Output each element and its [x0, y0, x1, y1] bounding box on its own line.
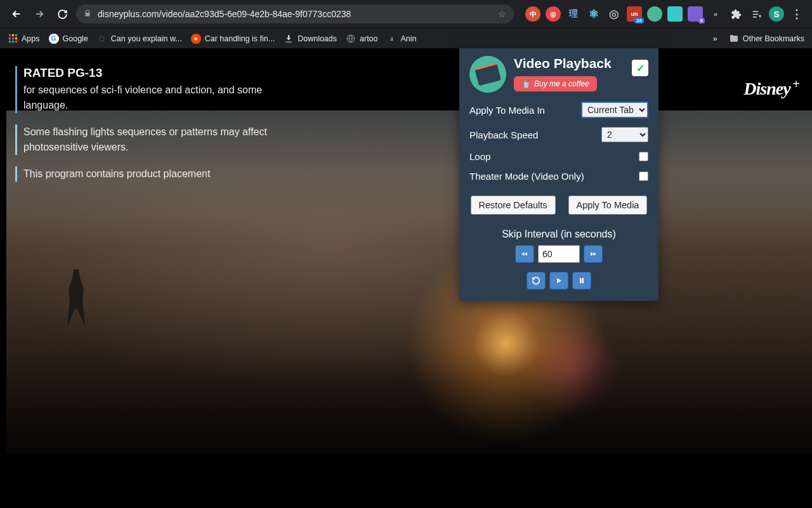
theater-mode-label: Theater Mode (Video Only) — [469, 171, 584, 182]
disney-plus-logo: Disney+ — [743, 77, 799, 99]
reddit-favicon: ● — [191, 34, 201, 44]
extension-icon[interactable]: 9 — [688, 6, 703, 22]
extension-icon[interactable]: ◎ — [606, 6, 622, 22]
video-player-area[interactable]: RATED PG-13 for sequences of sci-fi viol… — [0, 48, 812, 508]
media-control-icon[interactable] — [749, 6, 764, 22]
bookmark-label: Google — [63, 34, 88, 43]
folder-icon — [729, 34, 739, 44]
figure-silhouette — [63, 269, 89, 326]
bookmark-label: Car handling is fin... — [205, 34, 275, 43]
skip-back-button[interactable] — [515, 245, 534, 263]
coffee-icon: 🥤 — [521, 79, 531, 88]
bookmark-item[interactable]: ◌ Can you explain w... — [97, 34, 182, 44]
back-button[interactable] — [8, 5, 25, 23]
svg-rect-2 — [15, 34, 16, 36]
bookmark-overflow[interactable]: » — [713, 34, 717, 43]
bookmark-google[interactable]: G Google — [49, 34, 88, 44]
extension-icon[interactable]: ◎ — [546, 6, 561, 22]
svg-rect-6 — [8, 41, 10, 43]
react-devtools-icon[interactable]: ⚛ — [586, 6, 601, 22]
skip-forward-button[interactable] — [584, 245, 603, 263]
svg-rect-0 — [8, 34, 10, 36]
extension-enabled-toggle[interactable]: ✓ — [632, 60, 648, 76]
apps-grid-icon — [8, 34, 18, 44]
other-bookmarks[interactable]: Other Bookmarks — [729, 34, 804, 44]
video-playback-extension-icon[interactable] — [647, 6, 662, 22]
apply-to-label: Apply To Media In — [469, 105, 545, 116]
video-playback-extension-popup: Video Playback 🥤 Buy me a coffee ✓ Apply… — [459, 48, 658, 301]
rating-description: for sequences of sci-fi violence and act… — [23, 83, 294, 113]
star-icon[interactable]: ☆ — [498, 9, 506, 19]
pause-button[interactable] — [572, 272, 591, 290]
extension-icons: 中 ◎ 理 ⚛ ◎ un28 9 » S ⋮ — [525, 6, 804, 22]
apply-to-media-button[interactable]: Apply To Media — [568, 196, 648, 215]
bookmark-label: Downloads — [298, 34, 337, 43]
bookmark-reddit[interactable]: ● Car handling is fin... — [191, 34, 275, 44]
bookmarks-bar: Apps G Google ◌ Can you explain w... ● C… — [0, 28, 812, 48]
favicon: ◌ — [97, 34, 107, 44]
apps-shortcut[interactable]: Apps — [8, 34, 40, 44]
bookmark-downloads[interactable]: Downloads — [284, 34, 337, 44]
restore-defaults-button[interactable]: Restore Defaults — [471, 196, 556, 215]
popup-title: Video Playback — [514, 56, 648, 71]
photosensitivity-warning: Some flashing lights sequences or patter… — [15, 124, 294, 155]
product-placement-notice: This program contains product placement — [15, 166, 294, 182]
svg-rect-8 — [15, 41, 16, 43]
bookmark-label: artoo — [360, 34, 378, 43]
extension-icon[interactable]: 中 — [525, 6, 540, 22]
google-favicon: G — [49, 34, 59, 44]
address-bar[interactable]: disneyplus.com/video/aa2c93d5-6e09-4e2b-… — [76, 4, 514, 23]
playback-speed-select[interactable]: 2 — [601, 127, 648, 142]
content-rating-overlay: RATED PG-13 for sequences of sci-fi viol… — [15, 66, 294, 193]
bookmark-item[interactable]: a Anin — [387, 34, 417, 44]
lock-icon — [84, 10, 91, 19]
bookmark-label: Apps — [22, 34, 40, 43]
loop-label: Loop — [469, 151, 490, 162]
svg-rect-4 — [11, 37, 13, 39]
reload-button[interactable] — [53, 5, 71, 23]
url-text: disneyplus.com/video/aa2c93d5-6e09-4e2b-… — [98, 9, 351, 19]
rating-title: RATED PG-13 — [23, 66, 294, 80]
overflow-icon[interactable]: » — [708, 6, 723, 22]
coffee-label: Buy me a coffee — [534, 79, 589, 88]
extension-icon[interactable]: un28 — [627, 6, 642, 22]
globe-favicon — [346, 34, 356, 44]
bookmark-label: Other Bookmarks — [743, 34, 804, 43]
svg-rect-1 — [11, 34, 13, 36]
apply-to-select[interactable]: Current Tab — [581, 102, 648, 118]
buy-coffee-button[interactable]: 🥤 Buy me a coffee — [514, 76, 597, 91]
forward-button[interactable] — [30, 5, 48, 23]
skip-interval-input[interactable] — [538, 245, 580, 263]
theater-mode-checkbox[interactable] — [639, 171, 648, 181]
restart-button[interactable] — [527, 272, 546, 290]
speed-label: Playback Speed — [469, 130, 538, 140]
extension-icon[interactable]: 理 — [566, 6, 581, 22]
extensions-puzzle-icon[interactable] — [728, 6, 743, 22]
svg-rect-5 — [15, 37, 16, 39]
skip-interval-label: Skip Interval (in seconds) — [469, 229, 648, 240]
browser-toolbar: disneyplus.com/video/aa2c93d5-6e09-4e2b-… — [0, 0, 812, 28]
menu-icon[interactable]: ⋮ — [789, 6, 804, 22]
extension-logo — [469, 56, 506, 93]
play-button[interactable] — [549, 272, 568, 290]
bookmark-label: Anin — [401, 34, 417, 43]
profile-avatar[interactable]: S — [769, 6, 784, 22]
bookmark-label: Can you explain w... — [111, 34, 182, 43]
loop-checkbox[interactable] — [639, 152, 648, 161]
extension-icon[interactable] — [667, 6, 683, 22]
bookmark-artoo[interactable]: artoo — [346, 34, 378, 44]
favicon: a — [387, 34, 397, 44]
svg-rect-7 — [11, 41, 13, 43]
download-icon — [284, 34, 294, 44]
svg-rect-3 — [8, 37, 10, 39]
